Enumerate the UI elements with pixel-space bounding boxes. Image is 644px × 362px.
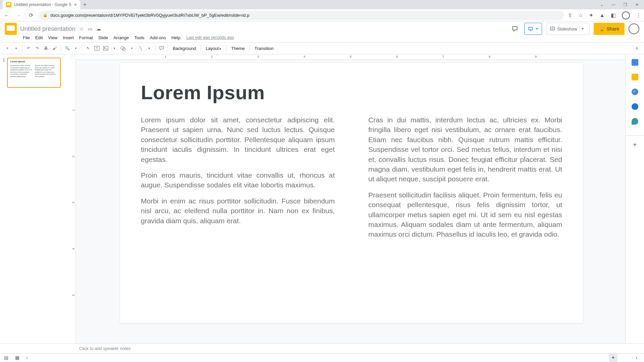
bottom-bar: ▤ ▦ ‹ ✦ › (0, 353, 644, 361)
maps-icon[interactable] (632, 118, 638, 125)
menu-view[interactable]: View (46, 35, 59, 41)
present-button[interactable]: ▼ (524, 23, 542, 35)
filmstrip-view-icon[interactable]: ▤ (4, 355, 8, 360)
last-edit-link[interactable]: Last edit was seconds ago (186, 35, 234, 40)
close-window-icon[interactable]: ✕ (635, 2, 639, 7)
select-tool-button[interactable]: ↖ (84, 44, 92, 52)
vertical-ruler[interactable]: 1 2 3 4 5 (70, 60, 76, 343)
grid-view-icon[interactable]: ▦ (15, 355, 19, 360)
ruler-tick: 2 (72, 156, 75, 157)
ruler-tick: 7 (442, 55, 444, 58)
comment-button[interactable]: + (158, 44, 166, 52)
slide-paragraph: Praesent sollicitudin facilisis aliquet.… (368, 190, 562, 239)
collapse-toolbar-button[interactable]: ʌ (633, 44, 641, 52)
new-slide-dropdown-icon[interactable]: ▼ (12, 44, 20, 52)
maximize-icon[interactable]: ❐ (624, 2, 627, 7)
tab-title: Untitled presentation - Google S (14, 2, 71, 7)
shape-icon (120, 46, 126, 51)
forward-button[interactable]: → (15, 11, 23, 19)
speaker-notes[interactable]: Click to add speaker notes (0, 343, 644, 353)
document-name[interactable]: Untitled presentation (20, 25, 75, 33)
slide-title[interactable]: Lorem Ipsum (141, 81, 562, 104)
tasks-icon[interactable] (632, 88, 638, 95)
zoom-dropdown-icon[interactable]: ▼ (72, 44, 80, 52)
contacts-icon[interactable] (632, 103, 638, 110)
menu-insert[interactable]: Insert (61, 35, 76, 41)
comment-icon (512, 25, 518, 32)
sidepanel-icon[interactable]: ◧ (611, 12, 616, 18)
url-text: docs.google.com/presentation/d/1MYPDVEiT… (50, 13, 249, 18)
line-button[interactable]: ╲ (137, 44, 145, 52)
add-addon-button[interactable]: + (626, 135, 644, 149)
shape-button[interactable] (119, 44, 127, 52)
star-icon[interactable]: ☆ (79, 26, 84, 32)
new-tab-button[interactable]: + (80, 0, 90, 9)
toolbar: + ▼ ↶ ↷ 🖶 🖌 🔍 ▼ ↖ T ▼ ▼ ╲ ▼ + Background… (0, 42, 644, 54)
browser-tab[interactable]: Untitled presentation - Google S × (3, 0, 80, 9)
zoom-button[interactable]: 🔍 (63, 44, 71, 52)
image-dropdown-icon[interactable]: ▼ (110, 44, 118, 52)
textbox-button[interactable]: T (93, 44, 101, 52)
line-dropdown-icon[interactable]: ▼ (145, 44, 153, 52)
share-button[interactable]: 🔒 Share (594, 23, 625, 35)
calendar-icon[interactable] (632, 59, 638, 66)
menu-format[interactable]: Format (77, 35, 95, 41)
shape-dropdown-icon[interactable]: ▼ (128, 44, 136, 52)
svg-point-5 (104, 47, 105, 48)
comments-button[interactable] (509, 23, 520, 34)
filmstrip[interactable]: 1 Lorem Ipsum Lorem ipsum dolor sit amet… (0, 54, 70, 343)
slideshow-label: Slideshow (557, 26, 577, 32)
transition-button[interactable]: Transition (252, 46, 276, 51)
menu-file[interactable]: File (21, 35, 32, 41)
image-button[interactable] (102, 44, 110, 52)
workspace: 1 Lorem Ipsum Lorem ipsum dolor sit amet… (0, 54, 644, 343)
menu-arrange[interactable]: Arrange (111, 35, 131, 41)
extension-icon[interactable]: ▲ (599, 12, 605, 18)
redo-button[interactable]: ↷ (33, 44, 41, 52)
menu-edit[interactable]: Edit (33, 35, 45, 41)
slides-favicon-icon (6, 2, 11, 7)
hide-sidepanel-icon[interactable]: › (636, 355, 637, 361)
canvas-area[interactable]: 1 2 3 4 5 6 7 8 9 1 2 3 4 5 Lorem Ipsum … (70, 54, 625, 343)
url-input[interactable]: 🔒 docs.google.com/presentation/d/1MYPDVE… (39, 11, 564, 20)
close-tab-icon[interactable]: × (74, 2, 77, 7)
back-button[interactable]: ← (3, 11, 11, 19)
chevron-down-icon[interactable]: ⌄ (600, 2, 603, 7)
minimize-icon[interactable]: — (611, 2, 615, 7)
layout-button[interactable]: Layout▼ (203, 46, 224, 51)
profile-avatar-icon[interactable] (622, 11, 630, 19)
bookmark-icon[interactable]: ☆ (578, 12, 583, 18)
slide-canvas[interactable]: Lorem Ipsum Lorem ipsum dolor sit amet, … (120, 63, 583, 323)
collapse-filmstrip-icon[interactable]: ‹ (26, 355, 28, 360)
reload-button[interactable]: ⟳ (27, 11, 35, 19)
share-page-icon[interactable]: ⇪ (568, 12, 572, 18)
menu-tools[interactable]: Tools (132, 35, 146, 41)
horizontal-ruler[interactable]: 1 2 3 4 5 6 7 8 9 (76, 54, 625, 60)
add-comment-icon: + (159, 46, 164, 51)
extensions-icon[interactable]: ✦ (589, 12, 593, 18)
chrome-menu-icon[interactable]: ⋮ (636, 12, 641, 18)
new-slide-button[interactable]: + (3, 44, 11, 52)
paint-format-button[interactable]: 🖌 (51, 44, 59, 52)
theme-button[interactable]: Theme (228, 46, 247, 51)
slideshow-dropdown-icon[interactable]: ▼ (579, 27, 586, 31)
account-avatar-icon[interactable] (629, 23, 639, 34)
slideshow-button[interactable]: Slideshow ▼ (546, 23, 589, 35)
slide-body-left[interactable]: Lorem ipsum dolor sit amet, consectetur … (141, 115, 335, 239)
print-button[interactable]: 🖶 (42, 44, 50, 52)
notes-placeholder: Click to add speaker notes (79, 346, 130, 351)
slide-thumbnail[interactable]: Lorem Ipsum Lorem ipsum dolor sit amet c… (7, 58, 61, 88)
background-button[interactable]: Background (170, 46, 199, 51)
cloud-status-icon[interactable]: ☁ (96, 26, 101, 32)
move-icon[interactable]: ▭ (88, 26, 92, 32)
keep-icon[interactable] (632, 74, 638, 80)
menu-help[interactable]: Help (169, 35, 182, 41)
undo-button[interactable]: ↶ (24, 44, 33, 52)
svg-text:T: T (96, 47, 98, 50)
slide-body-right[interactable]: Cras in dui mattis, interdum lectus ac, … (368, 115, 562, 239)
ruler-tick: 5 (72, 294, 75, 296)
explore-button[interactable]: ✦ (609, 354, 617, 362)
menu-addons[interactable]: Add-ons (148, 35, 168, 41)
slides-logo-icon[interactable] (5, 23, 17, 35)
menu-slide[interactable]: Slide (96, 35, 110, 41)
